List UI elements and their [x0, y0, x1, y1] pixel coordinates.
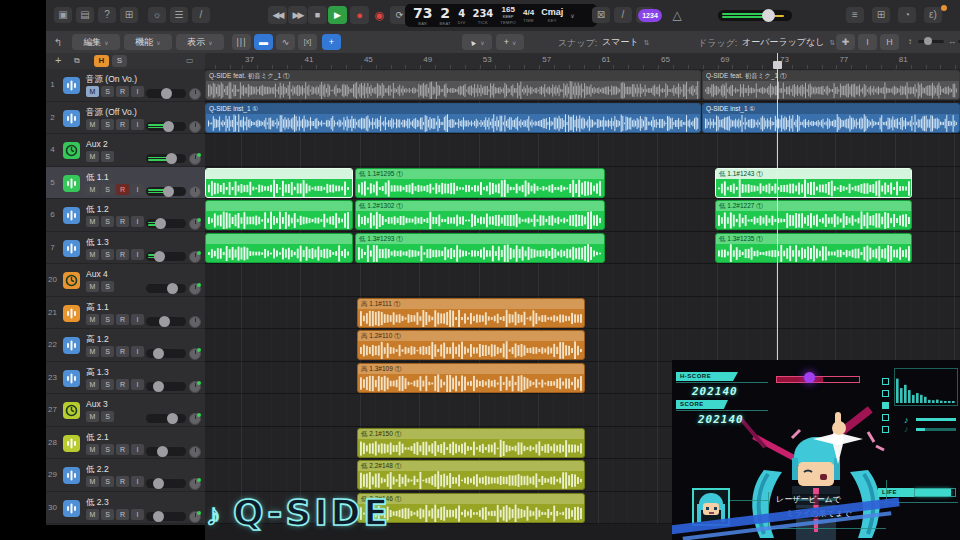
pan-knob[interactable]: [189, 283, 201, 295]
s-button[interactable]: S: [101, 411, 114, 422]
track-name[interactable]: 高 1.1: [86, 302, 109, 314]
audio-region[interactable]: 高 1.2#110 ①: [357, 330, 585, 360]
track-fader[interactable]: [146, 512, 186, 521]
drag-value[interactable]: オーバーラップなし⇅: [742, 34, 835, 50]
s-button[interactable]: S: [101, 346, 114, 357]
pan-knob[interactable]: [189, 511, 201, 523]
track-name[interactable]: 音源 (On Vo.): [86, 74, 137, 86]
window-manager-icon[interactable]: ▣: [54, 7, 72, 23]
i-button[interactable]: I: [131, 216, 144, 227]
pan-knob[interactable]: [189, 381, 201, 393]
r-button[interactable]: R: [116, 314, 129, 325]
audio-region[interactable]: [205, 168, 353, 198]
snap-value[interactable]: スマート⇅: [602, 34, 650, 50]
track-name[interactable]: Aux 4: [86, 269, 108, 279]
edit-menu[interactable]: 編集∨: [72, 34, 120, 50]
mixer-icon[interactable]: ☰: [170, 7, 188, 23]
track-icon[interactable]: [63, 402, 80, 419]
m-button[interactable]: M: [86, 379, 99, 390]
track-fader[interactable]: [146, 414, 186, 423]
track-icon[interactable]: [63, 110, 80, 127]
pencil-icon[interactable]: /: [192, 7, 210, 23]
s-button[interactable]: S: [101, 216, 114, 227]
help-icon[interactable]: ?: [98, 7, 116, 23]
i-button[interactable]: I: [131, 509, 144, 520]
track-icon[interactable]: [63, 272, 80, 289]
track-fader[interactable]: [146, 349, 186, 358]
pan-knob[interactable]: [189, 251, 201, 263]
track-row[interactable]: 7 低 1.3 MSRI: [46, 232, 205, 265]
m-button[interactable]: M: [86, 151, 99, 162]
track-name[interactable]: Aux 3: [86, 399, 108, 409]
track-row[interactable]: 6 低 1.2 MSRI: [46, 199, 205, 232]
regions-view-icon[interactable]: ▬: [254, 34, 273, 50]
audio-region[interactable]: 低 1.3#1235 ①: [715, 233, 912, 263]
track-fader[interactable]: [146, 317, 186, 326]
track-fader[interactable]: [146, 479, 186, 488]
m-button[interactable]: M: [86, 509, 99, 520]
pan-knob[interactable]: [189, 316, 201, 328]
brightness-icon[interactable]: ☼: [148, 7, 166, 23]
i-button[interactable]: I: [131, 314, 144, 325]
pan-knob[interactable]: [189, 413, 201, 425]
play-button[interactable]: ▶: [328, 6, 347, 24]
record-enable-button[interactable]: ◉: [370, 6, 389, 24]
duplicate-track-button[interactable]: ⧉: [74, 56, 80, 66]
track-fader[interactable]: [146, 382, 186, 391]
grid-lines-icon[interactable]: |||: [232, 34, 251, 50]
s-button[interactable]: S: [101, 281, 114, 292]
i-button[interactable]: I: [131, 86, 144, 97]
s-button[interactable]: S: [101, 151, 114, 162]
track-lane[interactable]: [205, 264, 960, 297]
m-button[interactable]: M: [86, 249, 99, 260]
track-row[interactable]: 28 低 2.1 MSRI: [46, 427, 205, 460]
track-icon[interactable]: [63, 240, 80, 257]
track-fader[interactable]: [146, 89, 186, 98]
m-button[interactable]: M: [86, 476, 99, 487]
track-row[interactable]: 23 高 1.3 MSRI: [46, 362, 205, 395]
playhead-handle[interactable]: [773, 61, 782, 69]
audio-region[interactable]: 低 2.3#146 ①: [357, 493, 585, 523]
i-button[interactable]: I: [131, 249, 144, 260]
audio-region[interactable]: 低 1.2#1227 ①: [715, 200, 912, 230]
track-icon[interactable]: [63, 500, 80, 517]
track-name[interactable]: 音源 (Off Vo.): [86, 107, 137, 119]
s-button[interactable]: S: [101, 314, 114, 325]
add-track-button[interactable]: +: [55, 54, 61, 66]
forward-button[interactable]: ▶▶: [288, 6, 307, 24]
catch-playhead-icon[interactable]: +: [322, 34, 341, 50]
back-arrow-icon[interactable]: ↰: [54, 37, 62, 48]
r-button[interactable]: R: [116, 119, 129, 130]
r-button[interactable]: R: [116, 216, 129, 227]
audio-region[interactable]: 高 1.1#111 ①: [357, 298, 585, 328]
s-button[interactable]: S: [101, 379, 114, 390]
audio-region[interactable]: 高 1.3#109 ①: [357, 363, 585, 393]
track-icon[interactable]: [63, 337, 80, 354]
option-checkbox[interactable]: [882, 402, 889, 409]
track-lane[interactable]: [205, 134, 960, 167]
option-checkbox[interactable]: [882, 414, 889, 421]
m-button[interactable]: M: [86, 281, 99, 292]
track-fader[interactable]: [146, 284, 186, 293]
secondary-tool-selector[interactable]: +∨: [496, 34, 524, 50]
music-volume-slider[interactable]: [916, 418, 956, 421]
m-button[interactable]: M: [86, 346, 99, 357]
i-button[interactable]: I: [131, 346, 144, 357]
track-icon[interactable]: [63, 207, 80, 224]
track-row[interactable]: 30 低 2.3 MSRI: [46, 492, 205, 525]
no-input-icon[interactable]: ⊠: [592, 7, 610, 23]
vertical-zoom-slider[interactable]: [918, 40, 944, 43]
audio-region[interactable]: 低 2.1#150 ①: [357, 428, 585, 458]
r-button[interactable]: R: [116, 444, 129, 455]
pan-knob[interactable]: [189, 186, 201, 198]
track-fader[interactable]: [146, 154, 186, 163]
track-header-config-icon[interactable]: ▭: [186, 56, 194, 65]
pan-knob[interactable]: [189, 121, 201, 133]
pan-knob[interactable]: [189, 218, 201, 230]
i-button[interactable]: I: [131, 119, 144, 130]
audio-region[interactable]: 低 1.2#1302 ①: [355, 200, 605, 230]
pan-knob[interactable]: [189, 348, 201, 360]
functions-menu[interactable]: 機能∨: [124, 34, 172, 50]
r-button[interactable]: R: [116, 346, 129, 357]
text-cursor-icon[interactable]: I: [858, 34, 877, 50]
